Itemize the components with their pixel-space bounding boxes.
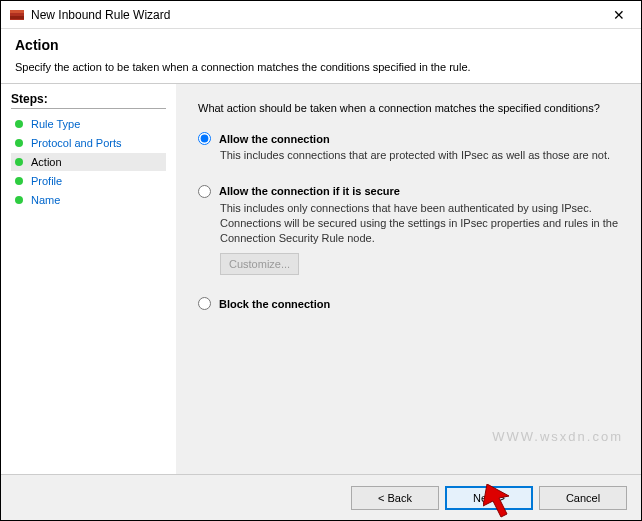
step-bullet-icon — [15, 158, 23, 166]
svg-rect-1 — [10, 10, 24, 13]
sidebar-item-label: Rule Type — [31, 118, 80, 130]
option-allow-secure-row[interactable]: Allow the connection if it is secure — [198, 185, 619, 198]
option-block-row[interactable]: Block the connection — [198, 297, 619, 310]
sidebar-item-label: Name — [31, 194, 60, 206]
steps-title: Steps: — [11, 92, 176, 106]
back-button[interactable]: < Back — [351, 486, 439, 510]
sidebar-item-profile[interactable]: Profile — [11, 172, 166, 190]
sidebar-item-protocol-ports[interactable]: Protocol and Ports — [11, 134, 166, 152]
step-bullet-icon — [15, 196, 23, 204]
firewall-icon — [9, 7, 25, 23]
option-allow-secure-desc: This includes only connections that have… — [220, 201, 619, 246]
sidebar-item-name[interactable]: Name — [11, 191, 166, 209]
steps-divider — [11, 108, 166, 109]
titlebar: New Inbound Rule Wizard ✕ — [1, 1, 641, 29]
wizard-body: Steps: Rule Type Protocol and Ports Acti… — [1, 83, 641, 498]
close-icon[interactable]: ✕ — [605, 7, 633, 23]
cancel-button[interactable]: Cancel — [539, 486, 627, 510]
option-allow: Allow the connection This includes conne… — [198, 132, 619, 163]
sidebar-item-label: Action — [31, 156, 62, 168]
radio-block[interactable] — [198, 297, 211, 310]
option-allow-row[interactable]: Allow the connection — [198, 132, 619, 145]
step-bullet-icon — [15, 139, 23, 147]
sidebar-item-rule-type[interactable]: Rule Type — [11, 115, 166, 133]
option-block-label: Block the connection — [219, 298, 330, 310]
sidebar-item-label: Protocol and Ports — [31, 137, 122, 149]
option-allow-desc: This includes connections that are prote… — [220, 148, 619, 163]
watermark-text: WWW.wsxdn.com — [492, 429, 623, 444]
option-allow-secure-label: Allow the connection if it is secure — [219, 185, 400, 197]
sidebar-item-label: Profile — [31, 175, 62, 187]
wizard-content: What action should be taken when a conne… — [176, 84, 641, 498]
wizard-footer: < Back Next > Cancel — [1, 474, 641, 520]
step-bullet-icon — [15, 177, 23, 185]
svg-rect-2 — [10, 16, 24, 19]
page-title: Action — [15, 37, 627, 53]
sidebar-item-action[interactable]: Action — [11, 153, 166, 171]
radio-allow-secure[interactable] — [198, 185, 211, 198]
step-bullet-icon — [15, 120, 23, 128]
option-allow-label: Allow the connection — [219, 133, 330, 145]
page-subtitle: Specify the action to be taken when a co… — [15, 61, 627, 73]
option-allow-secure: Allow the connection if it is secure Thi… — [198, 185, 619, 276]
next-button[interactable]: Next > — [445, 486, 533, 510]
steps-sidebar: Steps: Rule Type Protocol and Ports Acti… — [1, 84, 176, 498]
window-title: New Inbound Rule Wizard — [31, 8, 605, 22]
wizard-header: Action Specify the action to be taken wh… — [1, 29, 641, 83]
option-block: Block the connection — [198, 297, 619, 310]
radio-allow[interactable] — [198, 132, 211, 145]
content-intro: What action should be taken when a conne… — [198, 102, 619, 114]
customize-button: Customize... — [220, 253, 299, 275]
